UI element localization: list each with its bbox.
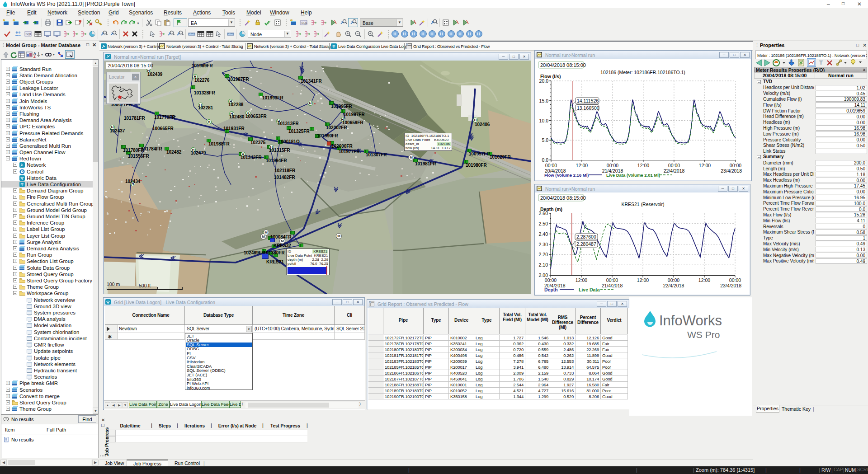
svg-text:Live Data: Live Data — [579, 287, 600, 292]
svg-text:InfoWorks: InfoWorks — [659, 313, 722, 329]
svg-text:23/4/2018: 23/4/2018 — [720, 283, 741, 288]
svg-text:0.0: 0.0 — [542, 157, 548, 163]
svg-text:12:00: 12:00 — [637, 163, 649, 168]
svg-text:2.287600: 2.287600 — [576, 234, 596, 239]
svg-text:2.20: 2.20 — [539, 252, 548, 257]
svg-text:20/04/2018 08:15:00: 20/04/2018 08:15:00 — [540, 62, 586, 68]
svg-text:2.10: 2.10 — [539, 262, 548, 268]
svg-text:2.40: 2.40 — [539, 231, 548, 237]
svg-text:102186 (Meter: 102186FR.102186: 102186 (Meter: 102186FR.102186TO.1) — [600, 70, 685, 75]
svg-text:12:00: 12:00 — [637, 277, 649, 283]
svg-text:Depth: Depth — [544, 287, 558, 292]
svg-text:21/4/2018: 21/4/2018 — [602, 283, 623, 288]
svg-text:Flow (Volume 2.16 Ml): Flow (Volume 2.16 Ml) — [544, 173, 589, 178]
svg-text:23/4/2018: 23/4/2018 — [721, 168, 742, 174]
svg-text:SQL: SQL — [302, 21, 308, 25]
svg-text:22/4/2018: 22/4/2018 — [664, 168, 685, 174]
svg-text:2.50: 2.50 — [539, 221, 548, 226]
svg-text:12:00: 12:00 — [698, 277, 710, 283]
svg-text:20.0: 20.0 — [539, 78, 549, 84]
svg-text:22/4/2018: 22/4/2018 — [663, 283, 684, 288]
svg-text:13.166500: 13.166500 — [577, 105, 599, 111]
svg-text:10.0: 10.0 — [539, 118, 549, 123]
svg-text:WS Pro: WS Pro — [687, 329, 720, 340]
svg-text:00:00: 00:00 — [606, 277, 618, 283]
svg-text:SQL: SQL — [26, 33, 32, 36]
svg-text:2.280487: 2.280487 — [576, 241, 596, 247]
svg-text:00:00: 00:00 — [607, 163, 618, 168]
svg-text:00:00: 00:00 — [730, 163, 741, 168]
svg-text:Z: Z — [33, 55, 36, 58]
svg-text:00:00: 00:00 — [729, 277, 741, 283]
svg-text:12:00: 12:00 — [576, 277, 587, 283]
svg-text:2.60: 2.60 — [539, 211, 548, 216]
svg-text:00:00: 00:00 — [545, 277, 557, 283]
svg-text:00:00: 00:00 — [668, 163, 680, 168]
svg-text:5.0: 5.0 — [542, 137, 548, 143]
svg-text:Live Data (Volume 2.01 Ml): Live Data (Volume 2.01 Ml) — [606, 173, 660, 178]
svg-text:12:00: 12:00 — [576, 163, 588, 168]
svg-text:15.0: 15.0 — [539, 98, 549, 103]
svg-text:12:00: 12:00 — [699, 163, 711, 168]
svg-text:14.111526: 14.111526 — [577, 98, 599, 103]
svg-text:00:00: 00:00 — [668, 277, 679, 283]
svg-text:KRES21 (Reservoir): KRES21 (Reservoir) — [621, 202, 664, 207]
svg-text:2.30: 2.30 — [539, 242, 548, 247]
svg-text:00:00: 00:00 — [545, 163, 557, 168]
svg-text:20/04/2018 08:15:00: 20/04/2018 08:15:00 — [540, 195, 586, 201]
